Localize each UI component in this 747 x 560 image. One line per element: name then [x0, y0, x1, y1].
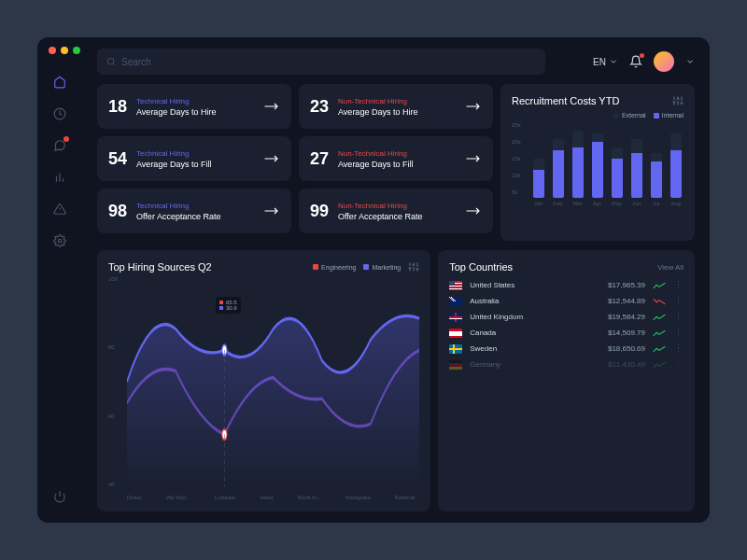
kpi-card[interactable]: 23Non-Technical HiringAverage Days to Hi… — [299, 84, 493, 129]
bell-icon — [629, 55, 642, 68]
sliders-icon[interactable] — [408, 261, 419, 273]
more-icon[interactable]: ⋯ — [673, 312, 684, 322]
kpi-card[interactable]: 99Non-Technical HiringOffer Acceptance R… — [299, 189, 493, 233]
trend-up-icon — [653, 282, 666, 289]
sliders-icon[interactable] — [672, 95, 684, 106]
kpi-card[interactable]: 98Technical HiringOffer Acceptance Rate — [97, 189, 291, 233]
kpi-card[interactable]: 18Technical HiringAverage Days to Hire — [97, 84, 291, 129]
chevron-down-icon[interactable] — [685, 57, 695, 66]
svg-point-2 — [107, 58, 114, 64]
country-row[interactable]: Canada$14,509.79⋯ — [449, 328, 684, 338]
alert-icon[interactable] — [52, 202, 67, 217]
arrow-right-icon — [263, 206, 280, 216]
hiring-sources-card: Top Hiring Sources Q2 Engineering Market… — [97, 250, 430, 511]
costs-bar-chart: 25k20k15k10k5k Jan Feb Mar Apr May Jun J… — [512, 122, 684, 206]
sidebar — [37, 37, 82, 523]
country-row[interactable]: Australia$12,544.89⋯ — [449, 296, 684, 306]
country-row[interactable]: United Kingdom$19,584.29⋯ — [449, 312, 684, 322]
more-icon[interactable]: ⋯ — [673, 359, 684, 370]
svg-point-1 — [58, 239, 62, 243]
sources-title: Top Hiring Sources Q2 — [108, 261, 212, 273]
trend-down-icon — [653, 298, 666, 305]
chart-tooltip: 65.5 30.9 — [216, 297, 241, 314]
kpi-card[interactable]: 54Technical HiringAverage Days to Fill — [97, 136, 291, 181]
recruitment-costs-card: Recruitment Costs YTD External Internal … — [500, 84, 695, 241]
flag-us-icon — [449, 281, 462, 290]
flag-de-icon — [449, 360, 462, 370]
arrow-right-icon — [263, 102, 280, 111]
view-all-button[interactable]: View All — [657, 263, 684, 272]
country-row[interactable]: United States$17,965.39⋯ — [449, 280, 684, 290]
trend-up-icon — [653, 345, 666, 353]
arrow-right-icon — [465, 102, 482, 111]
language-select[interactable]: EN — [593, 57, 618, 67]
arrow-right-icon — [263, 154, 280, 163]
flag-uk-icon — [449, 313, 462, 322]
costs-legend: External Internal — [512, 112, 684, 119]
country-row[interactable]: Germany$11,430.49⋯ — [449, 359, 684, 370]
home-icon[interactable] — [52, 75, 67, 90]
kpi-card[interactable]: 27Non-Technical HiringAverage Days to Fi… — [299, 136, 493, 181]
window-controls[interactable] — [49, 47, 80, 54]
sources-line-chart: 100806040 65.5 30.9 DirectWe Wo — [108, 276, 419, 500]
search-placeholder: Search — [121, 57, 151, 67]
chevron-down-icon — [609, 57, 618, 66]
trend-up-icon — [653, 361, 666, 369]
topbar: Search EN — [97, 49, 695, 75]
country-row[interactable]: Sweden$18,650.69⋯ — [449, 343, 684, 354]
settings-icon[interactable] — [52, 233, 67, 248]
trend-up-icon — [653, 329, 666, 337]
avatar[interactable] — [654, 51, 674, 72]
power-icon[interactable] — [52, 489, 67, 504]
costs-title: Recruitment Costs YTD — [512, 95, 619, 106]
arrow-right-icon — [465, 154, 482, 163]
countries-title: Top Countries — [449, 261, 513, 273]
arrow-right-icon — [465, 206, 482, 216]
trend-up-icon — [653, 314, 666, 321]
search-input[interactable]: Search — [97, 49, 545, 75]
notifications-button[interactable] — [629, 55, 642, 68]
kpi-tech-column: 18Technical HiringAverage Days to Hire 5… — [97, 84, 291, 241]
chat-icon[interactable] — [52, 138, 67, 153]
more-icon[interactable]: ⋯ — [673, 280, 684, 290]
chart-icon[interactable] — [52, 170, 67, 185]
kpi-non-column: 23Non-Technical HiringAverage Days to Hi… — [299, 84, 493, 241]
top-countries-card: Top Countries View All United States$17,… — [438, 250, 695, 511]
more-icon[interactable]: ⋯ — [673, 328, 684, 338]
flag-au-icon — [449, 297, 462, 306]
clock-icon[interactable] — [52, 106, 67, 121]
flag-se-icon — [449, 344, 462, 354]
search-icon — [106, 57, 116, 66]
more-icon[interactable]: ⋯ — [673, 296, 684, 306]
more-icon[interactable]: ⋯ — [673, 343, 684, 354]
flag-ca-icon — [449, 329, 462, 338]
